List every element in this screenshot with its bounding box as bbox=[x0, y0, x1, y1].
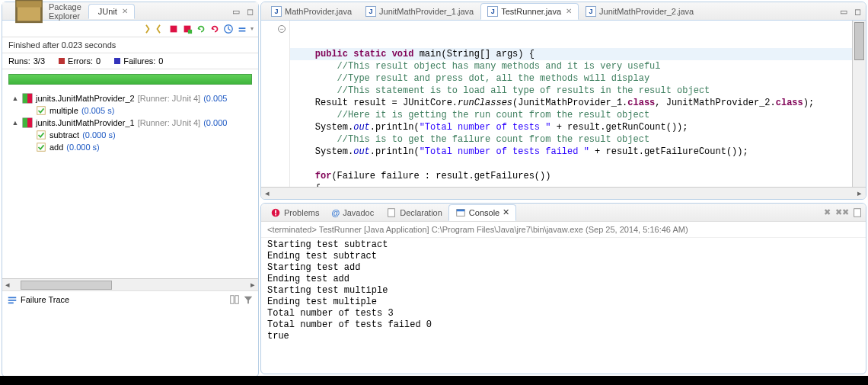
java-file-icon: J bbox=[365, 6, 376, 17]
tab-console-label: Console bbox=[469, 208, 499, 217]
tab-javadoc-label: Javadoc bbox=[343, 208, 374, 217]
svg-rect-26 bbox=[275, 210, 276, 213]
svg-rect-18 bbox=[37, 131, 46, 140]
test-time: (0.000 bbox=[203, 118, 227, 127]
remove-all-launches-icon[interactable]: ✖✖ bbox=[837, 207, 847, 218]
svg-rect-16 bbox=[23, 118, 27, 127]
editor-controls: ▭ ◻ bbox=[838, 6, 863, 17]
problems-icon bbox=[270, 207, 281, 218]
editor-tab-label: TestRunner.java bbox=[501, 7, 561, 16]
test-name: junits.JunitMathProvider_2 bbox=[36, 94, 135, 103]
failure-marker-icon bbox=[114, 58, 120, 64]
test-tree-row[interactable]: add (0.000 s) bbox=[5, 141, 255, 153]
expand-icon[interactable]: ▲ bbox=[11, 95, 19, 102]
editor-horizontal-scrollbar[interactable]: ◂ ▸ bbox=[261, 187, 866, 199]
editor-body[interactable]: − public static void main(String[] args)… bbox=[261, 21, 866, 187]
test-name: subtract bbox=[49, 130, 79, 140]
tab-problems[interactable]: Problems bbox=[264, 205, 325, 220]
test-pass-icon bbox=[36, 130, 46, 140]
declaration-icon bbox=[386, 207, 397, 218]
editor-tab[interactable]: JMathProvider.java bbox=[264, 3, 359, 20]
editor-tab-label: MathProvider.java bbox=[285, 7, 352, 16]
scroll-left-icon[interactable]: ◂ bbox=[261, 188, 273, 198]
stat-runs: Runs: 3/3 bbox=[8, 56, 45, 66]
close-icon[interactable]: ✕ bbox=[566, 7, 572, 15]
failure-trace-header: Failure Trace bbox=[2, 290, 258, 308]
java-file-icon: J bbox=[271, 6, 282, 17]
left-panel-controls: ▭ ◻ bbox=[231, 6, 255, 17]
maximize-icon[interactable]: ◻ bbox=[852, 6, 863, 17]
test-tree-row[interactable]: multiple (0.005 s) bbox=[5, 104, 255, 117]
next-failure-icon[interactable] bbox=[141, 24, 152, 34]
test-pass-icon bbox=[36, 105, 46, 116]
test-tree-row[interactable]: subtract (0.000 s) bbox=[5, 129, 255, 141]
tab-javadoc[interactable]: @ Javadoc bbox=[325, 206, 380, 220]
failure-trace-label: Failure Trace bbox=[21, 295, 69, 304]
test-tree-row[interactable]: ▲ junits.JunitMathProvider_2 [Runner: JU… bbox=[5, 92, 255, 104]
maximize-icon[interactable]: ◻ bbox=[244, 6, 255, 17]
history-icon[interactable] bbox=[223, 24, 234, 34]
svg-rect-31 bbox=[854, 208, 861, 217]
test-time: (0.000 s) bbox=[82, 130, 115, 140]
compare-icon[interactable] bbox=[229, 294, 240, 305]
svg-rect-13 bbox=[27, 94, 32, 103]
rerun-failed-icon[interactable] bbox=[209, 24, 220, 34]
junit-test-tree[interactable]: ▲ junits.JunitMathProvider_2 [Runner: JU… bbox=[2, 89, 258, 278]
editor-tab[interactable]: JTestRunner.java✕ bbox=[480, 3, 579, 20]
stop-icon[interactable] bbox=[168, 24, 179, 34]
svg-rect-14 bbox=[37, 107, 46, 115]
fold-minus-icon[interactable]: − bbox=[278, 25, 286, 33]
test-suite-icon bbox=[22, 93, 33, 104]
bottom-tab-bar: Problems @ Javadoc Declaration Console ✕… bbox=[261, 204, 866, 222]
stop-junit-icon[interactable] bbox=[182, 24, 193, 34]
code-content: public static void main(String[] args) {… bbox=[293, 48, 852, 187]
svg-rect-23 bbox=[231, 296, 234, 304]
editor-gutter[interactable]: − bbox=[261, 21, 290, 187]
test-name: junits.JunitMathProvider_1 bbox=[36, 118, 135, 127]
tab-junit[interactable]: JUnit ✕ bbox=[88, 4, 135, 19]
console-toolbar: ✖ ✖✖ bbox=[822, 207, 863, 218]
minimize-icon[interactable]: ▭ bbox=[231, 6, 241, 17]
editor-tab-bar: JMathProvider.javaJJunitMathProvider_1.j… bbox=[261, 2, 866, 21]
svg-rect-30 bbox=[457, 209, 465, 211]
editor-tab[interactable]: JJunitMathProvider_2.java bbox=[579, 3, 700, 20]
editor-tab[interactable]: JJunitMathProvider_1.java bbox=[359, 3, 480, 20]
vertical-scrollbar[interactable] bbox=[852, 21, 866, 187]
remove-launch-icon[interactable]: ✖ bbox=[822, 207, 832, 218]
tab-junit-label: JUnit bbox=[98, 7, 117, 16]
close-icon[interactable]: ✕ bbox=[122, 7, 128, 15]
pin-icon[interactable] bbox=[237, 24, 247, 34]
expand-icon[interactable]: ▲ bbox=[11, 119, 19, 127]
test-name: add bbox=[49, 143, 63, 152]
test-tree-row[interactable]: ▲ junits.JunitMathProvider_1 [Runner: JU… bbox=[5, 117, 255, 129]
svg-rect-12 bbox=[23, 94, 27, 103]
prev-failure-icon[interactable] bbox=[155, 24, 165, 34]
close-icon[interactable]: ✕ bbox=[503, 207, 509, 217]
stat-errors: Errors: 0 bbox=[59, 56, 101, 66]
rerun-icon[interactable] bbox=[196, 24, 206, 34]
svg-rect-17 bbox=[27, 118, 32, 127]
java-file-icon: J bbox=[586, 6, 596, 17]
svg-rect-20 bbox=[8, 297, 17, 299]
console-process-header: <terminated> TestRunner [Java Applicatio… bbox=[261, 222, 866, 238]
right-panel: JMathProvider.javaJJunitMathProvider_1.j… bbox=[260, 2, 866, 374]
svg-rect-7 bbox=[188, 29, 192, 33]
horizontal-scrollbar[interactable]: ◂ ▸ bbox=[2, 278, 258, 290]
test-time: (0.005 bbox=[203, 94, 227, 103]
pin-console-icon[interactable] bbox=[852, 207, 863, 218]
test-suite-icon bbox=[22, 117, 33, 128]
minimize-icon[interactable]: ▭ bbox=[838, 6, 849, 17]
tab-problems-label: Problems bbox=[284, 208, 319, 217]
tab-declaration[interactable]: Declaration bbox=[380, 205, 448, 220]
scrollbar-thumb[interactable] bbox=[21, 281, 112, 290]
view-menu-icon[interactable]: ▾ bbox=[251, 25, 254, 32]
scrollbar-thumb[interactable] bbox=[854, 22, 864, 60]
svg-rect-9 bbox=[239, 27, 246, 29]
code-area[interactable]: public static void main(String[] args) {… bbox=[290, 21, 852, 187]
editor-tab-label: JunitMathProvider_2.java bbox=[599, 7, 694, 16]
tab-console[interactable]: Console ✕ bbox=[448, 204, 516, 221]
filter-trace-icon[interactable] bbox=[243, 294, 254, 305]
console-output[interactable]: Starting test subtract Ending test subtr… bbox=[261, 238, 866, 374]
svg-rect-22 bbox=[8, 303, 14, 304]
scroll-right-icon[interactable]: ▸ bbox=[854, 188, 866, 198]
